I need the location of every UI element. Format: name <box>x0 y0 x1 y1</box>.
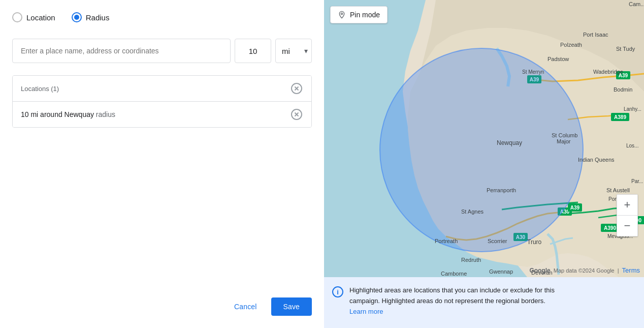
svg-text:Bodmin: Bodmin <box>614 86 632 93</box>
map-terms-link[interactable]: Terms <box>622 266 640 274</box>
pin-mode-label: Pin mode <box>350 11 380 19</box>
svg-text:Truro: Truro <box>527 238 542 246</box>
map-area[interactable]: A39 A389 A30 A30 A39 A390 A390 <box>324 0 644 277</box>
svg-text:St Merryn: St Merryn <box>522 69 544 75</box>
radius-radio-circle <box>72 12 82 22</box>
svg-text:Indian Queens: Indian Queens <box>578 157 615 163</box>
locations-box: Locations (1) 10 mi around Newquay radiu… <box>12 75 312 128</box>
svg-text:Redruth: Redruth <box>461 257 481 263</box>
radius-input[interactable] <box>235 39 271 63</box>
svg-point-17 <box>380 48 583 252</box>
radius-radio-option[interactable]: Radius <box>72 12 110 22</box>
map-divider: | <box>618 267 619 274</box>
location-type-text: radius <box>94 110 115 118</box>
info-text: Highlighted areas are locations that you… <box>349 285 555 317</box>
svg-text:Scorrier: Scorrier <box>488 238 507 244</box>
svg-text:Padstow: Padstow <box>548 56 569 62</box>
svg-text:Port Isaac: Port Isaac <box>583 32 608 38</box>
radius-radio-label: Radius <box>86 13 110 22</box>
location-radio-option[interactable]: Location <box>12 12 55 22</box>
unit-select[interactable]: mi km <box>275 39 312 63</box>
pin-icon <box>338 11 346 19</box>
info-bar: i Highlighted areas are locations that y… <box>324 277 644 328</box>
svg-text:St Agnes: St Agnes <box>461 208 484 215</box>
zoom-controls: + − <box>617 194 638 236</box>
save-button[interactable]: Save <box>271 297 312 316</box>
location-row-text: 10 mi around Newquay radius <box>21 110 115 118</box>
map-attribution: Google Map data ©2024 Google | Terms <box>529 266 640 274</box>
locations-header: Locations (1) <box>13 76 311 102</box>
footer-buttons: Cancel Save <box>12 289 312 328</box>
svg-text:Major: Major <box>557 138 571 144</box>
svg-text:Newquay: Newquay <box>497 139 522 146</box>
learn-more-link[interactable]: Learn more <box>349 308 383 315</box>
svg-text:A389: A389 <box>614 114 626 120</box>
input-row: mi km <box>12 39 312 63</box>
locations-header-text: Locations (1) <box>21 85 59 93</box>
right-panel: A39 A389 A30 A30 A39 A390 A390 <box>324 0 644 328</box>
svg-text:Lanhy...: Lanhy... <box>624 106 641 112</box>
svg-text:Cam...: Cam... <box>629 1 644 7</box>
svg-text:Camborne: Camborne <box>441 271 467 277</box>
svg-text:Los...: Los... <box>626 143 638 148</box>
location-close-icon <box>291 109 302 120</box>
info-line2: campaign. Highlighted areas do not repre… <box>349 297 545 305</box>
svg-point-45 <box>341 13 342 14</box>
unit-select-wrapper: mi km <box>275 39 312 63</box>
locations-clear-button[interactable] <box>290 82 303 95</box>
info-icon: i <box>332 286 343 297</box>
map-svg: A39 A389 A30 A30 A39 A390 A390 <box>324 0 644 277</box>
google-logo: Google <box>529 267 550 274</box>
svg-text:Polzeath: Polzeath <box>560 42 582 48</box>
location-main-text: 10 mi around Newquay <box>21 110 94 118</box>
svg-text:Gwennap: Gwennap <box>489 269 513 275</box>
location-radio-circle <box>12 12 22 22</box>
radio-group: Location Radius <box>12 12 312 22</box>
svg-text:A390: A390 <box>604 225 616 231</box>
cancel-button[interactable]: Cancel <box>226 297 265 316</box>
svg-text:A39: A39 <box>570 205 580 211</box>
svg-text:St Austell: St Austell <box>606 187 630 193</box>
svg-text:Par...: Par... <box>631 178 643 184</box>
svg-text:Wadebridge: Wadebridge <box>593 69 623 75</box>
info-line1: Highlighted areas are locations that you… <box>349 286 555 294</box>
svg-text:Portreath: Portreath <box>435 238 458 244</box>
place-input[interactable] <box>12 39 231 63</box>
map-data-text: Map data ©2024 Google <box>554 267 615 274</box>
location-remove-button[interactable] <box>290 108 303 121</box>
close-circle-icon <box>291 83 302 94</box>
svg-text:St Columb: St Columb <box>552 132 577 138</box>
location-radio-label: Location <box>26 13 55 22</box>
zoom-out-button[interactable]: − <box>617 216 637 236</box>
pin-mode-button[interactable]: Pin mode <box>330 6 388 23</box>
left-panel: Location Radius mi km Locations (1) 10 m… <box>0 0 324 328</box>
svg-text:St Tudy: St Tudy <box>616 46 635 52</box>
locations-row: 10 mi around Newquay radius <box>13 102 311 127</box>
svg-text:Perranporth: Perranporth <box>487 187 516 193</box>
zoom-in-button[interactable]: + <box>617 195 637 215</box>
